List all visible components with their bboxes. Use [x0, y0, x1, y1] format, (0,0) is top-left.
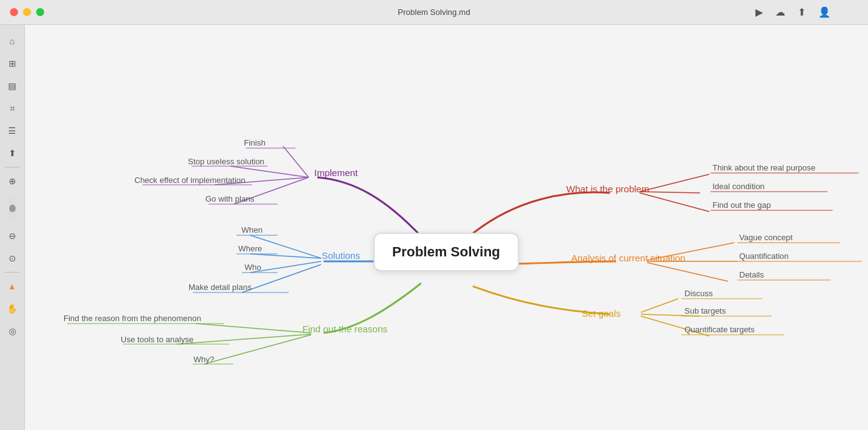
- svg-line-10: [204, 335, 311, 364]
- titlebar: Problem Solving.md ▶ ☁ ⬆ 👤: [0, 0, 868, 25]
- minimize-button[interactable]: [23, 8, 31, 16]
- svg-line-8: [196, 324, 311, 333]
- sidebar-export-icon[interactable]: ⬆: [5, 146, 20, 161]
- discuss-node[interactable]: Discuss: [684, 289, 713, 298]
- set-goals-branch-label[interactable]: Set goals: [582, 308, 621, 319]
- check-effect-node[interactable]: Check effect of implementation: [134, 175, 245, 185]
- find-reason-phenomenon-node[interactable]: Find the reason from the phenomenon: [63, 314, 201, 323]
- sidebar-list-icon[interactable]: ☰: [5, 123, 20, 138]
- stop-useless-node[interactable]: Stop useless solution: [188, 157, 264, 166]
- sidebar-network-icon[interactable]: ⊞: [5, 56, 20, 71]
- sidebar-scroll-indicator: [9, 196, 16, 221]
- mindmap-canvas: Problem Solving Implement Finish Stop us…: [25, 25, 868, 430]
- quantificate-targets-node[interactable]: Quantificate targets: [684, 325, 755, 334]
- sub-targets-node[interactable]: Sub targets: [684, 306, 726, 315]
- svg-line-0: [283, 146, 309, 177]
- who-node[interactable]: Who: [245, 263, 261, 272]
- sidebar-hand-icon[interactable]: ✋: [5, 301, 20, 316]
- sidebar: ⌂ ⊞ ▤ ⌗ ☰ ⬆ ⊕ ⊖ ⊙ ▲ ✋ ◎: [0, 25, 25, 430]
- details-node[interactable]: Details: [739, 270, 764, 279]
- use-tools-node[interactable]: Use tools to analyse: [121, 335, 194, 344]
- svg-line-13: [640, 193, 709, 212]
- upload-icon[interactable]: ☁: [775, 6, 785, 18]
- mindmap-connections: [25, 25, 868, 430]
- sidebar-globe-icon[interactable]: ⊙: [5, 251, 20, 266]
- vague-concept-node[interactable]: Vague concept: [739, 233, 793, 242]
- sidebar-tag-icon[interactable]: ⌗: [5, 101, 20, 116]
- go-with-plans-node[interactable]: Go with plans: [205, 194, 254, 203]
- window-controls: [10, 8, 44, 16]
- what-is-problem-branch-label[interactable]: What is the problem: [566, 184, 649, 194]
- make-detail-plans-node[interactable]: Make detail plans: [189, 283, 251, 292]
- where-node[interactable]: Where: [238, 244, 262, 253]
- svg-line-9: [177, 334, 311, 344]
- svg-line-16: [647, 263, 728, 281]
- analysis-branch-label[interactable]: Analysis of current situation: [571, 253, 685, 263]
- sidebar-cursor-icon[interactable]: ▲: [5, 279, 20, 294]
- window-title: Problem Solving.md: [398, 7, 470, 17]
- implement-branch-label[interactable]: Implement: [314, 167, 358, 178]
- sidebar-zoom-out-icon[interactable]: ⊖: [5, 228, 20, 243]
- why-node[interactable]: Why?: [194, 355, 214, 364]
- when-node[interactable]: When: [241, 225, 263, 235]
- ideal-condition-node[interactable]: Ideal condition: [712, 182, 765, 191]
- maximize-button[interactable]: [36, 8, 44, 16]
- share-icon[interactable]: ⬆: [798, 6, 806, 18]
- svg-line-17: [641, 299, 678, 312]
- finish-node[interactable]: Finish: [244, 138, 266, 147]
- center-node[interactable]: Problem Solving: [373, 233, 519, 271]
- think-real-purpose-node[interactable]: Think about the real purpose: [712, 163, 816, 172]
- profile-icon[interactable]: 👤: [818, 6, 831, 18]
- sidebar-eye-icon[interactable]: ◎: [5, 324, 20, 339]
- play-icon[interactable]: ▶: [755, 6, 763, 18]
- find-out-reasons-branch-label[interactable]: Find out the reasons: [302, 324, 388, 334]
- sidebar-layers-icon[interactable]: ▤: [5, 78, 20, 93]
- sidebar-divider-2: [5, 272, 20, 273]
- svg-line-11: [640, 174, 709, 192]
- sidebar-zoom-in-icon[interactable]: ⊕: [5, 174, 20, 189]
- quantification-node[interactable]: Quantification: [739, 251, 789, 261]
- solutions-branch-label[interactable]: Solutions: [322, 250, 360, 261]
- sidebar-divider-1: [5, 167, 20, 167]
- close-button[interactable]: [10, 8, 18, 16]
- sidebar-home-icon[interactable]: ⌂: [5, 34, 20, 49]
- find-out-gap-node[interactable]: Find out the gap: [712, 200, 771, 210]
- titlebar-actions: ▶ ☁ ⬆ 👤: [755, 6, 831, 18]
